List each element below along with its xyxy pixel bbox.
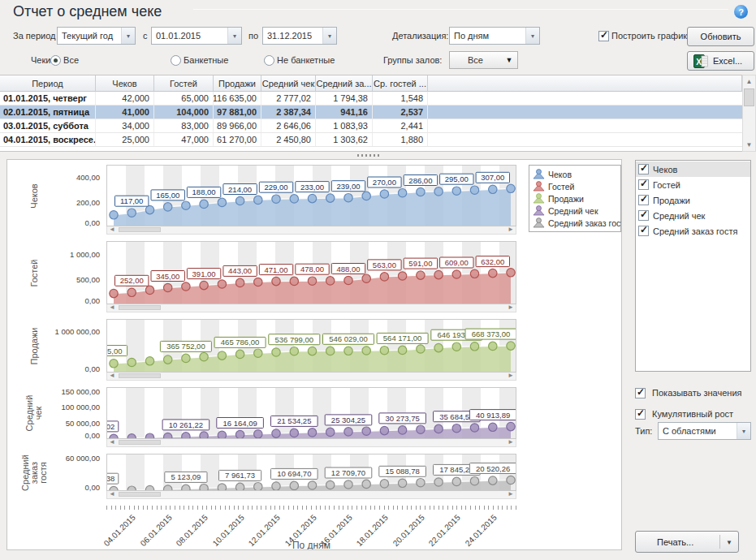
- value-cell: 47,000: [154, 133, 214, 146]
- show-values-checkbox[interactable]: Показывать значения: [635, 388, 742, 398]
- table-vertical-scrollbar[interactable]: ▲ ▼: [742, 75, 756, 152]
- svg-text:307,00: 307,00: [481, 173, 504, 182]
- plot-area[interactable]: 385 123,097 961,7310 694,7012 709,7015 0…: [106, 454, 516, 491]
- table-row[interactable]: 03.01.2015, суббота34,00083,00089 966,00…: [0, 119, 742, 133]
- scroll-up-icon[interactable]: ▲: [743, 75, 755, 88]
- plot-area[interactable]: 0210 261,2216 164,0921 534,2525 304,2530…: [106, 387, 516, 439]
- svg-text:38: 38: [107, 474, 114, 483]
- y-tick-label: 150 000,00: [7, 387, 100, 396]
- splitter-handle[interactable]: [0, 152, 756, 159]
- svg-text:25 304,25: 25 304,25: [331, 416, 365, 424]
- series-checkbox-item[interactable]: Чеков: [636, 162, 750, 177]
- scroll-right-icon[interactable]: ►: [508, 438, 514, 446]
- scrollbar-thumb[interactable]: [119, 373, 161, 378]
- series-checkbox-item[interactable]: Средний заказ гостя: [636, 223, 750, 239]
- type-label: Тип:: [635, 426, 652, 436]
- date-from-field[interactable]: 01.01.2015▾: [151, 27, 242, 45]
- help-icon[interactable]: ?: [734, 5, 748, 19]
- excel-button[interactable]: X Excel...: [687, 51, 754, 71]
- chart-strip-2: Гостей1 000,00500,000,00252,00345,00391,…: [7, 241, 621, 312]
- cumulative-growth-checkbox[interactable]: Кумулятивный рост: [635, 409, 733, 420]
- toolbar-row-2: Чеки: Все Банкетные Не банкетные Группы …: [0, 51, 756, 71]
- table-row[interactable]: 01.01.2015, четверг42,00065,000116 635,0…: [0, 92, 742, 106]
- column-header[interactable]: Гостей: [154, 75, 214, 92]
- y-tick-label: 50 000,00: [7, 419, 100, 428]
- scroll-left-icon[interactable]: ◄: [109, 372, 115, 379]
- table-row[interactable]: 02.01.2015, пятница41,000104,00097 881,0…: [0, 106, 742, 119]
- legend-label: Средний чек: [548, 206, 598, 216]
- legend-item: Средний заказ гостя: [533, 217, 617, 229]
- radio-all[interactable]: Все: [50, 55, 79, 66]
- legend-label: Чеков: [548, 170, 572, 179]
- chart-horizontal-scrollbar[interactable]: ◄►: [106, 226, 516, 235]
- y-tick-label: 0,00: [7, 364, 100, 373]
- scroll-right-icon[interactable]: ►: [508, 304, 514, 311]
- value-cell: 2 777,02: [261, 92, 316, 105]
- x-axis-labels: 04.01.201506.01.201508.01.201510.01.2015…: [7, 510, 621, 540]
- plot-area[interactable]: 5,00365 752,00465 786,00536 799,00546 02…: [106, 319, 516, 373]
- svg-text:478,00: 478,00: [300, 265, 324, 274]
- column-header[interactable]: Период: [0, 75, 96, 92]
- column-header[interactable]: Продажи: [214, 75, 261, 92]
- scroll-left-icon[interactable]: ◄: [109, 304, 115, 311]
- report-table: ПериодЧековГостейПродажиСредний чекСредн…: [0, 75, 742, 152]
- detail-combobox[interactable]: По дням▾: [449, 27, 540, 45]
- scroll-right-icon[interactable]: ►: [508, 372, 514, 379]
- scrollbar-thumb[interactable]: [119, 492, 161, 497]
- series-checkbox-item[interactable]: Средний чек: [636, 208, 750, 223]
- series-listbox: ЧековГостейПродажиСредний чекСредний зак…: [635, 160, 751, 372]
- column-header[interactable]: Средний за...: [316, 75, 373, 92]
- print-button[interactable]: Печать... ▼: [635, 531, 739, 553]
- series-checkbox-item[interactable]: Гостей: [636, 177, 750, 192]
- value-cell: 1,880: [373, 133, 428, 146]
- scrollbar-thumb[interactable]: [119, 227, 161, 232]
- table-row[interactable]: 04.01.2015, воскресе...25,00047,00061 27…: [0, 133, 742, 147]
- chart-horizontal-scrollbar[interactable]: ◄►: [106, 304, 516, 312]
- build-chart-checkbox[interactable]: Построить график: [598, 31, 687, 41]
- svg-text:591,00: 591,00: [408, 259, 432, 268]
- refresh-button[interactable]: Обновить: [687, 27, 754, 46]
- radio-not-banquet[interactable]: Не банкетные: [264, 55, 335, 66]
- value-cell: 2,441: [373, 119, 428, 132]
- svg-text:365 752,00: 365 752,00: [166, 342, 205, 351]
- date-to-field[interactable]: 31.12.2015▾: [262, 27, 337, 45]
- radio-icon: [171, 55, 181, 66]
- value-cell: 34,000: [96, 119, 154, 132]
- series-area-icon: [533, 205, 545, 216]
- hall-groups-dropdown[interactable]: Все▼: [449, 51, 518, 69]
- scroll-right-icon[interactable]: ►: [508, 490, 514, 498]
- period-label: За период: [13, 31, 55, 41]
- scroll-left-icon[interactable]: ◄: [109, 490, 115, 498]
- chart-horizontal-scrollbar[interactable]: ◄►: [106, 439, 516, 447]
- series-checkbox-item[interactable]: Продажи: [636, 192, 750, 208]
- chart-horizontal-scrollbar[interactable]: ◄►: [106, 373, 516, 381]
- series-label: Средний чек: [653, 211, 705, 221]
- column-header[interactable]: Ср. гостей ...: [373, 75, 428, 92]
- plot-area[interactable]: 252,00345,00391,00443,00471,00478,00488,…: [106, 241, 516, 304]
- period-combobox[interactable]: Текущий год▾: [57, 27, 136, 45]
- series-label: Чеков: [653, 165, 677, 174]
- chart-type-combobox[interactable]: С областями▾: [658, 422, 751, 440]
- y-tick-label: 1 000,00: [7, 250, 100, 259]
- scroll-left-icon[interactable]: ◄: [109, 226, 115, 233]
- column-header[interactable]: Средний чек: [261, 75, 316, 92]
- radio-banquet[interactable]: Банкетные: [171, 55, 228, 66]
- svg-text:443,00: 443,00: [228, 266, 252, 275]
- value-cell: 83,000: [154, 119, 214, 132]
- scroll-left-icon[interactable]: ◄: [109, 438, 115, 446]
- scrollbar-thumb[interactable]: [119, 440, 161, 445]
- to-label: по: [248, 31, 258, 41]
- scroll-down-icon[interactable]: ▼: [743, 139, 755, 151]
- scrollbar-thumb[interactable]: [119, 305, 161, 310]
- value-cell: 41,000: [96, 106, 154, 118]
- scroll-right-icon[interactable]: ►: [508, 226, 514, 233]
- scrollbar-thumb[interactable]: [744, 88, 754, 106]
- legend-label: Продажи: [548, 194, 584, 204]
- from-label: с: [143, 31, 148, 41]
- checkbox-icon: [638, 210, 649, 221]
- column-header[interactable]: Чеков: [96, 75, 154, 92]
- chart-horizontal-scrollbar[interactable]: ◄►: [106, 491, 516, 499]
- legend-label: Средний заказ гостя: [548, 218, 622, 228]
- y-tick-label: 100 000,00: [7, 403, 100, 411]
- plot-area[interactable]: 117,00165,00188,00214,00229,00233,00239,…: [106, 165, 516, 226]
